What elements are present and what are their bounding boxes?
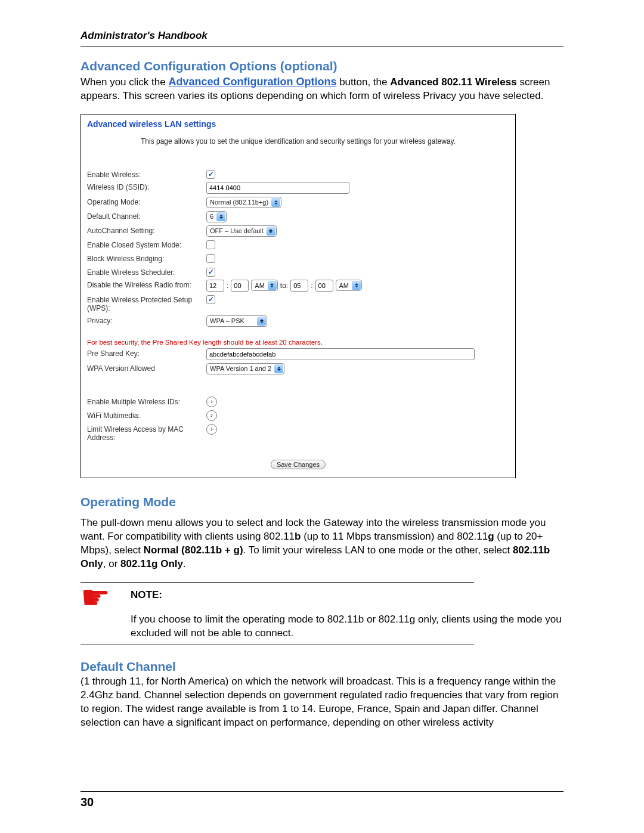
to-ampm-select[interactable]: AM <box>336 280 363 291</box>
label-ssid: Wireless ID (SSID): <box>87 182 206 191</box>
select-stepper-icon <box>216 212 225 221</box>
label-privacy: Privacy: <box>87 315 206 325</box>
expand-multi-ids-icon[interactable] <box>206 397 217 407</box>
operating-mode-select[interactable]: Normal (802.11b+g) <box>206 197 281 208</box>
advanced-options-link[interactable]: Advanced Configuration Options <box>168 76 336 88</box>
from-min-input[interactable] <box>231 280 249 292</box>
running-header: Administrator's Handbook <box>80 30 564 42</box>
from-ampm-select[interactable]: AM <box>251 280 278 291</box>
checkbox-wps[interactable] <box>206 295 215 304</box>
select-stepper-icon <box>268 281 277 290</box>
expand-wifi-mm-icon[interactable] <box>206 410 217 421</box>
select-value: WPA – PSK <box>207 317 256 324</box>
label-scheduler: Enable Wireless Scheduler: <box>87 267 206 277</box>
label-default-channel: Default Channel: <box>87 211 206 221</box>
select-value: AM <box>336 282 352 289</box>
default-channel-paragraph: (1 through 11, for North America) on whi… <box>80 675 564 730</box>
screen-name-bold: Advanced 802.11 Wireless <box>390 76 516 88</box>
label-wps: Enable Wireless Protected Setup (WPS): <box>87 295 206 312</box>
bold: b <box>295 531 301 542</box>
label-autochannel: AutoChannel Setting: <box>87 225 206 235</box>
section-heading-default-channel: Default Channel <box>80 659 564 674</box>
ssid-input[interactable] <box>206 182 349 194</box>
checkbox-enable-wireless[interactable] <box>206 170 215 179</box>
select-value: 6 <box>207 213 216 220</box>
note-label: NOTE: <box>131 589 564 602</box>
psk-input[interactable] <box>206 348 475 360</box>
label-wifi-multimedia: WiFi Multimedia: <box>87 410 206 420</box>
autochannel-select[interactable]: OFF – Use default <box>206 225 277 237</box>
save-changes-button[interactable]: Save Changes <box>271 460 326 469</box>
select-stepper-icon <box>257 317 266 326</box>
text: . <box>183 558 186 569</box>
default-channel-select[interactable]: 6 <box>206 211 227 222</box>
label-closed-system: Enable Closed System Mode: <box>87 240 206 249</box>
label-operating-mode: Operating Mode: <box>87 197 206 206</box>
to-min-input[interactable] <box>315 280 333 292</box>
to-hour-input[interactable] <box>290 280 308 292</box>
expand-mac-limit-icon[interactable] <box>206 424 217 435</box>
screenshot-title: Advanced wireless LAN settings <box>87 119 509 129</box>
label-multi-ids: Enable Multiple Wireless IDs: <box>87 397 206 406</box>
note-body: If you choose to limit the operating mod… <box>131 614 562 639</box>
bold: 802.11g Only <box>120 558 183 569</box>
bold: g <box>488 531 494 542</box>
text: . To limit your wireless LAN to one mode… <box>243 544 513 556</box>
bold: Normal (802.11b + g) <box>144 544 243 556</box>
bottom-rule <box>80 791 564 792</box>
section-heading-operating-mode: Operating Mode <box>80 495 564 509</box>
text: button, the <box>339 76 390 88</box>
privacy-select[interactable]: WPA – PSK <box>206 315 267 327</box>
psk-security-note: For best security, the Pre Shared Key le… <box>87 339 509 346</box>
select-value: Normal (802.11b+g) <box>207 199 271 206</box>
label-block-bridging: Block Wireless Bridging: <box>87 253 206 263</box>
select-value: AM <box>252 282 267 289</box>
text: , or <box>103 558 120 569</box>
top-rule <box>80 47 564 47</box>
label-disable-radio: Disable the Wireless Radio from: <box>87 280 206 289</box>
colon: : <box>227 281 228 290</box>
checkbox-closed-system[interactable] <box>206 240 215 249</box>
screenshot-desc: This page allows you to set the unique i… <box>87 137 509 145</box>
checkbox-scheduler[interactable] <box>206 268 215 277</box>
text: When you click the <box>80 76 168 88</box>
section-heading-advanced: Advanced Configuration Options (optional… <box>80 59 564 73</box>
operating-mode-paragraph: The pull-down menu allows you to select … <box>80 516 564 571</box>
page-number: 30 <box>80 795 564 809</box>
from-hour-input[interactable] <box>206 280 224 292</box>
label-wpa-version: WPA Version Allowed <box>87 363 206 373</box>
colon: : <box>311 281 312 290</box>
label-enable-wireless: Enable Wireless: <box>87 169 206 179</box>
wpa-version-select[interactable]: WPA Version 1 and 2 <box>206 363 284 374</box>
checkbox-block-bridging[interactable] <box>206 254 215 263</box>
select-value: WPA Version 1 and 2 <box>207 365 274 372</box>
select-stepper-icon <box>267 227 275 236</box>
select-value: OFF – Use default <box>207 227 266 234</box>
note-rule-bottom <box>80 645 474 645</box>
select-stepper-icon <box>352 281 361 290</box>
advanced-paragraph: When you click the Advanced Configuratio… <box>80 75 564 103</box>
note-block: NOTE: If you choose to limit the operati… <box>80 582 564 646</box>
select-stepper-icon <box>274 364 283 373</box>
select-stepper-icon <box>271 198 280 207</box>
embedded-screenshot: Advanced wireless LAN settings This page… <box>80 114 516 478</box>
text: (up to 11 Mbps transmission) and 802.11 <box>301 531 488 542</box>
label-mac-limit: Limit Wireless Access by MAC Address: <box>87 424 206 442</box>
pointing-hand-icon <box>80 589 116 612</box>
to-label: to: <box>280 281 288 290</box>
label-psk: Pre Shared Key: <box>87 348 206 358</box>
note-rule-top <box>80 582 474 583</box>
